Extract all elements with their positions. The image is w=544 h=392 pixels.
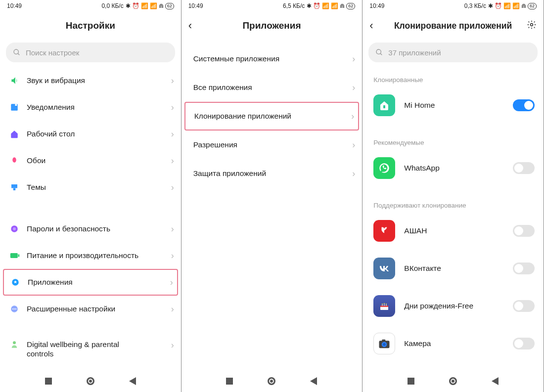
page-title: Настройки [0,12,181,40]
battery-perf-icon [10,252,27,259]
chevron-right-icon: › [352,169,355,179]
app-row[interactable]: ВКонтакте [363,250,544,287]
battery-icon: 62 [346,3,355,9]
nav-home-icon[interactable] [449,377,457,385]
svg-line-18 [380,53,382,55]
app-row[interactable]: АШАН [363,212,544,250]
settings-item-themes[interactable]: Темы › [0,174,181,201]
auchan-icon [373,220,395,242]
toggle-switch[interactable] [513,99,535,111]
nav-home-icon[interactable] [87,377,94,385]
home-icon [10,130,27,138]
screen-apps: 10:49 6,5 КБ/с ✱ ⏰ 📶 📶 ⋒ 62 ‹ Приложения… [181,0,363,392]
toggle-switch[interactable] [513,300,535,312]
search-input[interactable]: Поиск настроек [6,43,175,62]
status-bar: 10:49 0,3 КБ/с ✱ ⏰ 📶 📶 ⋒ 62 [363,0,544,12]
settings-button[interactable] [527,20,537,32]
back-button[interactable]: ‹ [188,19,192,32]
nav-recents-icon[interactable] [226,378,233,385]
settings-item-advanced[interactable]: Расширенные настройки › [0,296,181,322]
svg-point-7 [13,227,16,230]
alarm-icon: ⏰ [495,2,502,9]
apps-item-system[interactable]: Системные приложения › [181,44,363,73]
apps-item-permissions[interactable]: Разрешения › [181,131,363,159]
camera-icon [373,333,395,354]
svg-point-15 [13,341,16,344]
svg-point-24 [384,303,385,304]
nav-back-icon[interactable] [129,377,136,385]
app-row[interactable]: WhatsApp [363,149,544,187]
app-row[interactable]: Дни рождения-Free [363,287,544,325]
status-net-speed: 6,5 КБ/с [283,2,305,9]
search-icon [13,48,21,56]
wellbeing-icon [10,340,27,349]
toggle-switch[interactable] [513,162,535,174]
cloning-list: Клонированные Mi Home Рекомендуемые What… [363,67,544,370]
wallpaper-icon [10,156,27,165]
chevron-right-icon: › [171,251,174,261]
page-title: Клонирование приложений [394,21,512,31]
birthdays-icon [373,295,395,317]
battery-icon: 62 [528,3,537,9]
search-placeholder: Поиск настроек [26,48,79,57]
apps-item-cloning[interactable]: Клонирование приложений › [184,102,360,131]
app-row[interactable]: Камера [363,325,544,362]
svg-rect-5 [13,188,16,191]
chevron-right-icon: › [171,156,174,166]
status-icons: ✱ ⏰ 📶 📶 ⋒ 62 [488,2,537,9]
nav-bar [181,370,363,392]
chevron-right-icon: › [171,224,174,234]
nav-recents-icon[interactable] [45,378,52,385]
chevron-right-icon: › [352,140,355,150]
toggle-switch[interactable] [513,338,535,349]
toggle-switch[interactable] [513,225,535,237]
whatsapp-icon [373,157,395,179]
svg-rect-8 [10,253,18,258]
apps-icon [11,278,28,287]
status-time: 10:49 [188,2,203,9]
svg-line-1 [18,53,19,55]
svg-point-16 [530,23,533,26]
signal-icon: 📶 [331,2,338,9]
settings-item-desktop[interactable]: Рабочий стол › [0,121,181,147]
wifi-icon: ⋒ [340,2,345,9]
nav-back-icon[interactable] [310,377,317,385]
svg-rect-30 [382,340,386,342]
status-icons: ✱ ⏰ 📶 📶 ⋒ 62 [126,2,174,9]
status-time: 10:49 [7,2,22,9]
page-header: ‹ Клонирование приложений [363,12,544,40]
svg-point-0 [14,49,18,54]
signal-icon: 📶 [503,2,511,9]
settings-item-sound[interactable]: Звук и вибрация › [0,67,181,94]
status-bar: 10:49 0,0 КБ/с ✱ ⏰ 📶 📶 ⋒ 62 [0,0,181,12]
svg-point-23 [382,304,383,305]
bluetooth-icon: ✱ [126,2,131,9]
settings-item-battery[interactable]: Питание и производительность › [0,242,181,269]
themes-icon [10,183,27,192]
settings-item-notifications[interactable]: Уведомления › [0,94,181,121]
nav-bar [0,370,181,392]
section-recommended: Рекомендуемые [363,124,544,149]
bluetooth-icon: ✱ [307,2,312,9]
svg-point-13 [14,308,15,309]
back-button[interactable]: ‹ [369,19,373,32]
app-row[interactable]: Mi Home [363,87,544,124]
screen-settings: 10:49 0,0 КБ/с ✱ ⏰ 📶 📶 ⋒ 62 Настройки По… [0,0,181,392]
apps-item-all[interactable]: Все приложения › [181,73,363,102]
settings-item-wallpaper[interactable]: Обои › [0,147,181,174]
settings-item-security[interactable]: Пароли и безопасность › [0,216,181,242]
apps-item-protection[interactable]: Защита приложений › [181,159,363,188]
nav-recents-icon[interactable] [408,378,414,385]
settings-item-apps[interactable]: Приложения › [3,269,178,296]
toggle-switch[interactable] [513,262,535,274]
svg-point-17 [376,49,381,54]
alarm-icon: ⏰ [313,2,320,9]
search-input[interactable]: 37 приложений [368,43,538,62]
mihome-icon [373,94,395,116]
nav-back-icon[interactable] [492,377,499,385]
nav-home-icon[interactable] [268,377,275,385]
search-icon [375,48,383,56]
alarm-icon: ⏰ [132,2,139,9]
settings-item-wellbeing[interactable]: Digital wellbeing & parental controls › [0,337,181,357]
screen-cloning: 10:49 0,3 КБ/с ✱ ⏰ 📶 📶 ⋒ 62 ‹ Клонирован… [363,0,544,392]
